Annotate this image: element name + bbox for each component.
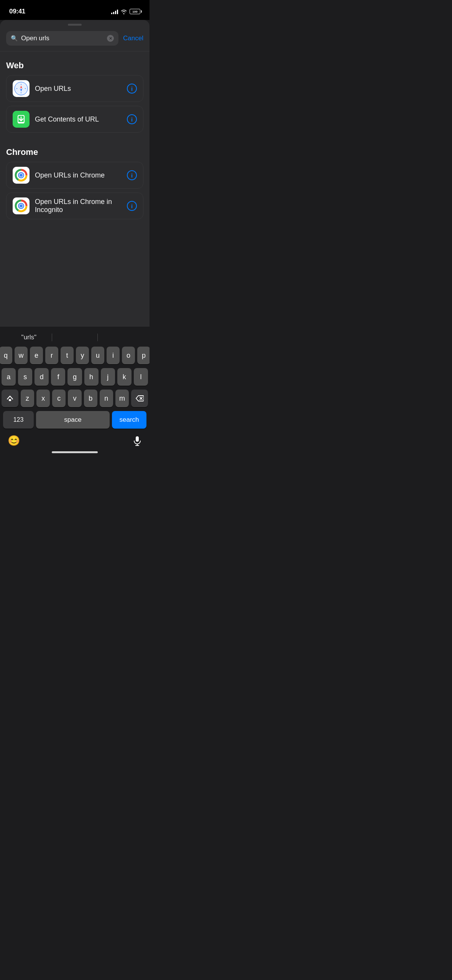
action-row-open-chrome[interactable]: Open URLs in Chrome i	[6, 162, 143, 189]
numbers-key[interactable]: 123	[3, 411, 34, 429]
divider	[0, 51, 150, 51]
search-key[interactable]: search	[112, 411, 146, 429]
home-bar	[52, 451, 98, 453]
open-urls-info-button[interactable]: i	[127, 84, 137, 94]
space-key[interactable]: space	[36, 411, 110, 429]
open-chrome-label: Open URLs in Chrome	[35, 171, 127, 179]
clear-search-button[interactable]: ✕	[107, 35, 114, 42]
key-n[interactable]: n	[100, 390, 113, 407]
chrome-icon-2	[13, 197, 30, 214]
key-t[interactable]: t	[61, 347, 74, 364]
battery-icon: 100	[130, 9, 140, 14]
key-l[interactable]: l	[134, 368, 148, 386]
autocomplete-divider-1	[52, 334, 52, 341]
key-q[interactable]: q	[0, 347, 12, 364]
key-c[interactable]: c	[52, 390, 66, 407]
action-row-open-urls[interactable]: Open URLs i	[6, 75, 143, 102]
autocomplete-divider-2	[97, 334, 98, 341]
key-w[interactable]: w	[15, 347, 28, 364]
status-bar: 09:41 100	[0, 0, 150, 20]
key-e[interactable]: e	[30, 347, 43, 364]
open-chrome-incognito-label: Open URLs in Chrome in Incognito	[35, 198, 127, 214]
key-row-3: z x c v b n m	[2, 390, 148, 407]
keyboard-rows: q w e r t y u i o p a s d f g h j k l	[0, 344, 150, 432]
key-y[interactable]: y	[76, 347, 89, 364]
drag-handle	[0, 20, 150, 28]
key-row-bottom: 123 space search	[2, 411, 148, 429]
svg-rect-28	[136, 436, 139, 442]
keyboard-area: "urls" q w e r t y u i o p a s d f g h	[0, 327, 150, 458]
open-urls-label: Open URLs	[35, 85, 127, 93]
open-chrome-info-button[interactable]: i	[127, 170, 137, 180]
action-row-open-chrome-incognito[interactable]: Open URLs in Chrome in Incognito i	[6, 192, 143, 219]
green-download-icon	[13, 111, 30, 128]
status-time: 09:41	[9, 8, 25, 15]
get-contents-label: Get Contents of URL	[35, 115, 127, 123]
key-v[interactable]: v	[68, 390, 81, 407]
drag-handle-bar	[68, 24, 82, 26]
autocomplete-suggestion-1[interactable]: "urls"	[6, 334, 52, 341]
key-s[interactable]: s	[18, 368, 32, 386]
modal-sheet: 🔍 Open urls ✕ Cancel Web	[0, 20, 150, 327]
search-icon: 🔍	[11, 35, 18, 42]
open-chrome-incognito-info-button[interactable]: i	[127, 201, 137, 211]
key-z[interactable]: z	[21, 390, 34, 407]
emoji-button[interactable]: 😊	[8, 435, 20, 447]
key-u[interactable]: u	[91, 347, 104, 364]
svg-point-24	[20, 204, 23, 207]
chrome-section-title: Chrome	[6, 147, 143, 157]
key-r[interactable]: r	[45, 347, 58, 364]
search-input-wrapper[interactable]: 🔍 Open urls ✕	[6, 31, 118, 46]
emoji-mic-row: 😊	[0, 432, 150, 448]
key-row-2: a s d f g h j k l	[2, 368, 148, 386]
key-d[interactable]: d	[35, 368, 49, 386]
search-bar-container: 🔍 Open urls ✕ Cancel	[0, 28, 150, 49]
get-contents-info-button[interactable]: i	[127, 114, 137, 124]
action-row-get-contents[interactable]: Get Contents of URL i	[6, 106, 143, 133]
microphone-button[interactable]	[133, 436, 142, 446]
signal-icon	[111, 9, 118, 14]
shift-key[interactable]	[2, 390, 18, 407]
search-input[interactable]: Open urls	[21, 35, 104, 42]
key-m[interactable]: m	[115, 390, 129, 407]
key-p[interactable]: p	[137, 347, 150, 364]
safari-icon	[13, 80, 30, 97]
delete-key[interactable]	[131, 390, 148, 407]
key-j[interactable]: j	[101, 368, 115, 386]
key-i[interactable]: i	[107, 347, 120, 364]
svg-point-20	[20, 174, 23, 177]
key-g[interactable]: g	[67, 368, 82, 386]
key-o[interactable]: o	[122, 347, 135, 364]
web-section-title: Web	[6, 61, 143, 71]
key-a[interactable]: a	[2, 368, 16, 386]
status-icons: 100	[111, 9, 140, 14]
chrome-section: Chrome O	[0, 140, 150, 226]
web-section: Web	[0, 53, 150, 140]
key-row-1: q w e r t y u i o p	[2, 347, 148, 364]
key-h[interactable]: h	[84, 368, 99, 386]
chrome-icon-1	[13, 167, 30, 184]
key-k[interactable]: k	[117, 368, 131, 386]
key-f[interactable]: f	[51, 368, 65, 386]
key-b[interactable]: b	[84, 390, 97, 407]
autocomplete-bar: "urls"	[0, 331, 150, 344]
home-indicator	[0, 448, 150, 458]
key-x[interactable]: x	[36, 390, 50, 407]
cancel-button[interactable]: Cancel	[123, 35, 143, 42]
wifi-icon	[121, 9, 127, 14]
svg-rect-25	[9, 399, 11, 401]
